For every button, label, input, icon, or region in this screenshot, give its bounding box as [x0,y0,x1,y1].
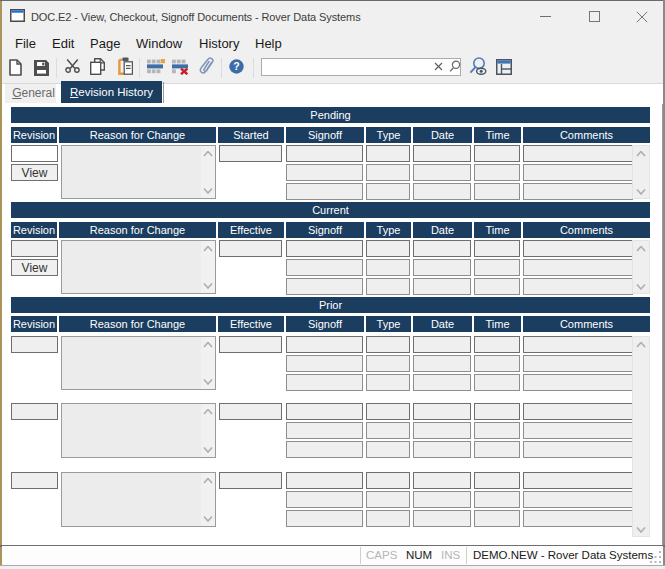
svg-text:?: ? [233,60,239,72]
